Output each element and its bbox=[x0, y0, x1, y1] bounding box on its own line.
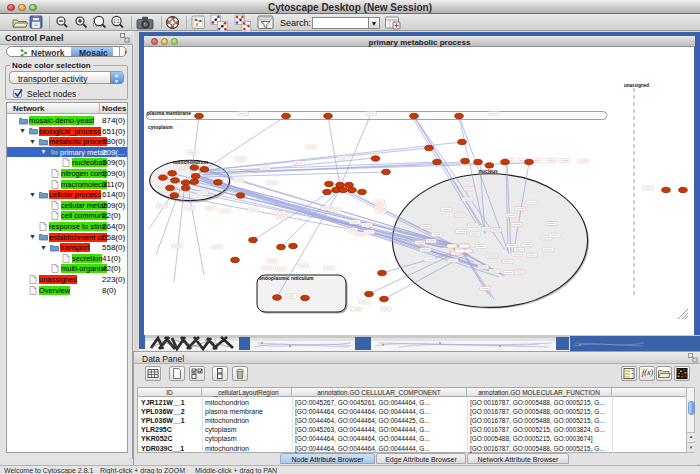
svg-text:unassigned: unassigned bbox=[624, 83, 649, 88]
svg-text:mitochondrion: mitochondrion bbox=[173, 159, 208, 165]
svg-text:endoplasmic reticulum: endoplasmic reticulum bbox=[259, 275, 314, 281]
svg-text:nucleus: nucleus bbox=[479, 168, 498, 174]
svg-text:plasma membrane: plasma membrane bbox=[147, 110, 191, 116]
svg-text:1:1: 1:1 bbox=[113, 19, 120, 24]
svg-text:cytoplasm: cytoplasm bbox=[148, 124, 173, 130]
